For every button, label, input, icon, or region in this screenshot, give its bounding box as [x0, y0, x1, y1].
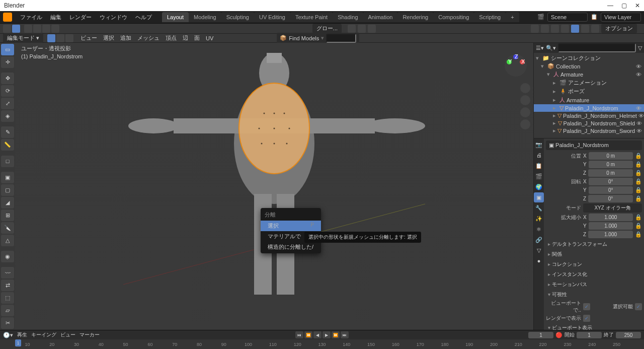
tl-playback[interactable]: 再生 — [17, 331, 27, 338]
prop-breadcrumb[interactable]: ▣ Paladin_J_Nordstrom — [546, 141, 642, 150]
select-tool-icon[interactable] — [12, 25, 20, 33]
tool-cursor[interactable]: ✛ — [1, 56, 14, 68]
selectmode-extra-icon[interactable] — [51, 25, 59, 33]
outliner-mode-icon[interactable]: ☰▾ — [536, 45, 544, 51]
section-collection[interactable]: コレクション — [546, 259, 642, 269]
visibility-toggle-icon[interactable]: 👁 — [636, 63, 642, 69]
options-dropdown[interactable]: オプション — [601, 24, 637, 33]
maximize-button[interactable]: ▢ — [621, 2, 627, 9]
prop-tab-world[interactable]: 🌍 — [534, 182, 544, 192]
visibility-toggle-icon[interactable]: 👁 — [638, 113, 644, 119]
cursor-tool-icon[interactable] — [3, 25, 11, 33]
menu-file[interactable]: ファイル — [16, 14, 46, 21]
pivot-icon[interactable] — [348, 25, 356, 33]
tool-shear[interactable]: ▱ — [1, 305, 14, 316]
tree-shield[interactable]: ▸▽ Paladin_J_Nordstrom_Shield 👁 — [534, 119, 644, 127]
prop-tab-constraint[interactable]: 🔗 — [534, 235, 544, 245]
scale-z-input[interactable]: 1.000 — [588, 231, 633, 238]
shading-solid-icon[interactable] — [571, 25, 579, 33]
prop-tab-mesh[interactable]: ▽ — [534, 245, 544, 255]
minimize-button[interactable]: — — [607, 2, 613, 9]
render-visible-checkbox[interactable] — [583, 315, 590, 322]
header-face[interactable]: 面 — [191, 34, 203, 42]
viewlayer-selector[interactable]: View Layer — [601, 13, 641, 22]
selectable-checkbox[interactable] — [635, 303, 642, 310]
start-frame-input[interactable]: 1 — [577, 332, 602, 338]
perspective-icon[interactable] — [520, 119, 530, 129]
rot-x-input[interactable]: 0° — [589, 178, 633, 185]
tool-polybuild[interactable]: △ — [1, 235, 14, 246]
outliner-filter-toggle-icon[interactable]: ▽ — [638, 45, 642, 51]
context-item-selection[interactable]: 選択 P — [261, 221, 321, 231]
header-vertex[interactable]: 頂点 — [163, 34, 180, 42]
header-select[interactable]: 選択 — [100, 34, 117, 42]
tool-spin[interactable]: ◉ — [1, 251, 14, 262]
workspace-tab-layout[interactable]: Layout — [162, 12, 189, 22]
prop-tab-physics[interactable]: ⚛ — [534, 224, 544, 234]
face-select-icon[interactable] — [65, 34, 73, 42]
camera-icon[interactable] — [520, 107, 530, 117]
tree-paladin[interactable]: ▸▽ Paladin_J_Nordstrom 👁 — [534, 104, 644, 112]
tool-smooth[interactable]: 〰 — [1, 267, 14, 278]
workspace-tab-sculpting[interactable]: Sculpting — [221, 12, 254, 22]
tree-helmet[interactable]: ▸▽ Paladin_J_Nordstrom_Helmet 👁 — [534, 112, 644, 119]
outliner-filter-icon[interactable]: 🔍▾ — [546, 45, 556, 51]
section-visibility[interactable]: 可視性 — [546, 290, 642, 300]
search-input[interactable] — [326, 34, 356, 43]
tl-view[interactable]: ビュー — [60, 331, 75, 338]
prop-tab-render[interactable]: 📷 — [534, 139, 544, 150]
snap-icon[interactable] — [358, 25, 366, 33]
loc-z-input[interactable]: 0 m — [588, 169, 633, 177]
workspace-add-tab[interactable]: + — [506, 12, 519, 22]
orientation-dropdown[interactable]: グロー... — [312, 24, 342, 33]
current-frame-input[interactable]: 1 — [528, 332, 553, 338]
tool-move[interactable]: ✥ — [1, 73, 14, 84]
section-viewport-display[interactable]: ビューポート表示 — [546, 323, 642, 330]
visibility-toggle-icon[interactable]: 👁 — [636, 72, 642, 78]
tree-armature[interactable]: ▾人 Armature 👁 — [534, 70, 644, 79]
tool-bevel[interactable]: ◢ — [1, 197, 14, 208]
mode-selector[interactable]: 編集モード ▾ — [3, 33, 43, 43]
section-relations[interactable]: 関係 — [546, 249, 642, 259]
visibility-toggle-icon[interactable]: 👁 — [636, 128, 642, 134]
3d-viewport[interactable]: ユーザー・透視投影 (1) Paladin_J_Nordstrom — [15, 43, 533, 330]
scene-selector[interactable]: Scene — [547, 13, 588, 22]
workspace-tab-uv[interactable]: UV Editing — [254, 12, 290, 22]
viewport-visible-checkbox[interactable] — [583, 303, 590, 310]
gizmo-toggle-icon[interactable] — [531, 25, 539, 33]
tree-animation[interactable]: ▸🎬 アニメーション — [534, 79, 644, 87]
context-item-loose[interactable]: 構造的に分離した/ — [261, 242, 321, 252]
jump-start-icon[interactable]: ⏮ — [295, 331, 303, 338]
shading-wireframe-icon[interactable] — [561, 25, 569, 33]
tool-loopcut[interactable]: ⊞ — [1, 210, 14, 221]
pan-icon[interactable] — [520, 95, 530, 105]
tool-rotate[interactable]: ⟳ — [1, 85, 14, 97]
workspace-tab-shading[interactable]: Shading — [333, 12, 363, 22]
tool-measure[interactable]: 📏 — [1, 139, 14, 151]
tree-collection[interactable]: ▾📦 Collection 👁 — [534, 62, 644, 70]
tree-sword[interactable]: ▸▽ Paladin_J_Nordstrom_Sword 👁 — [534, 127, 644, 134]
header-mesh[interactable]: メッシュ — [134, 34, 163, 42]
workspace-tab-scripting[interactable]: Scripting — [474, 12, 506, 22]
workspace-tab-rendering[interactable]: Rendering — [397, 12, 433, 22]
header-add[interactable]: 追加 — [117, 34, 134, 42]
prop-tab-material[interactable]: ● — [534, 256, 544, 266]
section-instancing[interactable]: インスタンス化 — [546, 269, 642, 280]
propedit-icon[interactable] — [368, 25, 376, 33]
prop-tab-viewlayer[interactable]: 📋 — [534, 161, 544, 171]
menu-help[interactable]: ヘルプ — [131, 14, 156, 21]
tool-select-box[interactable]: ▭ — [1, 44, 14, 55]
header-edge[interactable]: 辺 — [180, 34, 191, 42]
tool-scale[interactable]: ⤢ — [1, 98, 14, 109]
overlay-toggle-icon[interactable] — [541, 25, 549, 33]
shading-lookdev-icon[interactable] — [581, 25, 589, 33]
keyframe-next-icon[interactable]: ⏩ — [332, 331, 340, 338]
visibility-toggle-icon[interactable]: 👁 — [636, 120, 642, 126]
timeline-ruler[interactable]: 1 10 20 30 40 50 60 70 80 90 100 110 120… — [0, 339, 644, 349]
prop-tab-scene[interactable]: 🎬 — [534, 171, 544, 181]
selectmode-edge-icon[interactable] — [33, 25, 41, 33]
scale-x-input[interactable]: 1.000 — [589, 214, 633, 221]
shading-rendered-icon[interactable] — [591, 25, 599, 33]
tool-rip[interactable]: ✂ — [1, 317, 14, 329]
tl-keying[interactable]: キーイング — [31, 331, 56, 338]
